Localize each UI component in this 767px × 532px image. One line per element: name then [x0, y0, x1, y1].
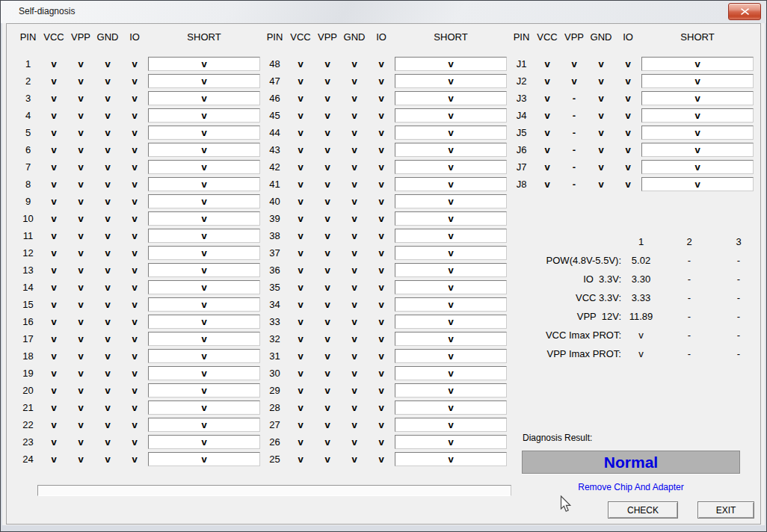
vcc-status: v: [40, 196, 67, 207]
col-header-vcc: VCC: [534, 31, 561, 43]
measure-value: -: [718, 311, 760, 322]
vcc-status: v: [287, 58, 314, 69]
short-status-box: v: [395, 418, 507, 432]
gnd-status: v: [341, 436, 368, 448]
io-status: v: [368, 265, 395, 276]
short-status-box: v: [395, 211, 507, 226]
pin-label: 8: [16, 179, 40, 190]
pin-row: 8vvvvv: [16, 176, 262, 193]
io-status: v: [368, 230, 395, 241]
gnd-status: v: [341, 161, 368, 173]
vcc-status: v: [534, 110, 561, 121]
vpp-status: v: [67, 213, 94, 224]
io-status: v: [121, 247, 148, 259]
gnd-status: v: [341, 93, 368, 104]
vcc-status: v: [40, 247, 67, 259]
gnd-status: v: [94, 161, 121, 173]
pin-row: 48vvvvv: [262, 55, 509, 72]
gnd-status: v: [94, 196, 121, 207]
io-status: v: [368, 385, 395, 396]
vpp-status: v: [314, 93, 341, 104]
pin-row: 15vvvvv: [16, 296, 262, 313]
io-status: v: [368, 161, 395, 173]
measure-label: IO 3.3V:: [517, 273, 621, 285]
short-status-box: v: [395, 229, 507, 243]
vcc-status: v: [287, 110, 314, 121]
gnd-status: v: [94, 127, 121, 138]
gnd-status: v: [341, 110, 368, 121]
pin-table-middle: PINVCCVPPGNDIOSHORT 48vvvvv47vvvvv46vvvv…: [262, 31, 509, 468]
io-status: v: [121, 419, 148, 430]
vcc-status: v: [287, 350, 314, 362]
pin-label: 16: [16, 316, 40, 327]
vcc-status: v: [287, 368, 314, 379]
vcc-status: v: [534, 75, 561, 87]
short-status-box: v: [395, 143, 507, 157]
io-status: v: [614, 179, 641, 190]
measure-row: VCC Imax PROT:v--: [517, 326, 760, 344]
vcc-status: v: [40, 350, 67, 362]
pin-row: 4vvvvv: [16, 107, 262, 124]
pin-label: 29: [262, 385, 287, 396]
measure-value: -: [718, 292, 760, 303]
exit-button[interactable]: EXIT: [697, 501, 754, 519]
measure-row: VPP 12V:11.89--: [517, 307, 760, 326]
gnd-status: v: [588, 75, 614, 87]
short-status-box: v: [148, 143, 260, 157]
gnd-status: v: [94, 93, 121, 104]
pin-row: 23vvvvv: [16, 433, 262, 451]
vpp-status: v: [561, 58, 588, 69]
gnd-status: v: [94, 58, 121, 69]
vcc-status: v: [287, 127, 314, 138]
gnd-status: v: [341, 402, 368, 413]
vcc-status: v: [534, 58, 561, 69]
diagnosis-result-text: Normal: [604, 454, 658, 471]
vcc-status: v: [287, 247, 314, 259]
pin-label: 36: [262, 265, 287, 276]
vcc-status: v: [287, 454, 314, 465]
pin-row: 37vvvvv: [262, 244, 509, 262]
pin-row: 6vvvvv: [16, 141, 262, 158]
vcc-status: v: [40, 161, 67, 173]
pin-row: 31vvvvv: [262, 347, 509, 365]
close-button[interactable]: [728, 3, 761, 20]
pin-label: 45: [262, 110, 287, 121]
measure-col-header: 3: [718, 236, 760, 247]
pin-label: J2: [509, 75, 534, 87]
close-icon: [741, 6, 749, 17]
pin-row: 44vvvvv: [262, 124, 509, 141]
progress-bar: [37, 485, 511, 496]
vcc-status: v: [287, 419, 314, 430]
vcc-status: v: [40, 127, 67, 138]
gnd-status: v: [341, 282, 368, 293]
measure-value: -: [718, 255, 760, 266]
short-status-box: v: [641, 177, 754, 191]
pin-label: 5: [16, 127, 40, 138]
pin-table-header: PINVCCVPPGNDIOSHORT: [16, 31, 262, 42]
pin-row: J3v-vvv: [509, 90, 756, 107]
io-status: v: [614, 75, 641, 87]
vpp-status: v: [314, 196, 341, 207]
short-status-box: v: [641, 57, 754, 71]
vpp-status: v: [67, 110, 94, 121]
vpp-status: -: [561, 179, 588, 190]
gnd-status: v: [341, 58, 368, 69]
io-status: v: [121, 299, 148, 310]
io-status: v: [368, 213, 395, 224]
pin-row: 36vvvvv: [262, 262, 509, 279]
col-header-pin: PIN: [509, 31, 534, 43]
pin-label: 44: [262, 127, 287, 138]
measure-value: 11.89: [621, 311, 661, 322]
pin-row: 24vvvvv: [16, 451, 262, 468]
col-header-vpp: VPP: [561, 31, 588, 43]
short-status-box: v: [395, 126, 507, 140]
short-status-box: v: [395, 91, 507, 105]
io-status: v: [121, 75, 148, 87]
col-header-io: IO: [121, 31, 148, 43]
check-button[interactable]: CHECK: [608, 501, 678, 519]
pin-table-header: PINVCCVPPGNDIOSHORT: [262, 31, 509, 42]
short-status-box: v: [148, 280, 260, 294]
vpp-status: v: [314, 350, 341, 362]
vpp-status: v: [314, 58, 341, 69]
pin-row: 32vvvvv: [262, 330, 509, 347]
